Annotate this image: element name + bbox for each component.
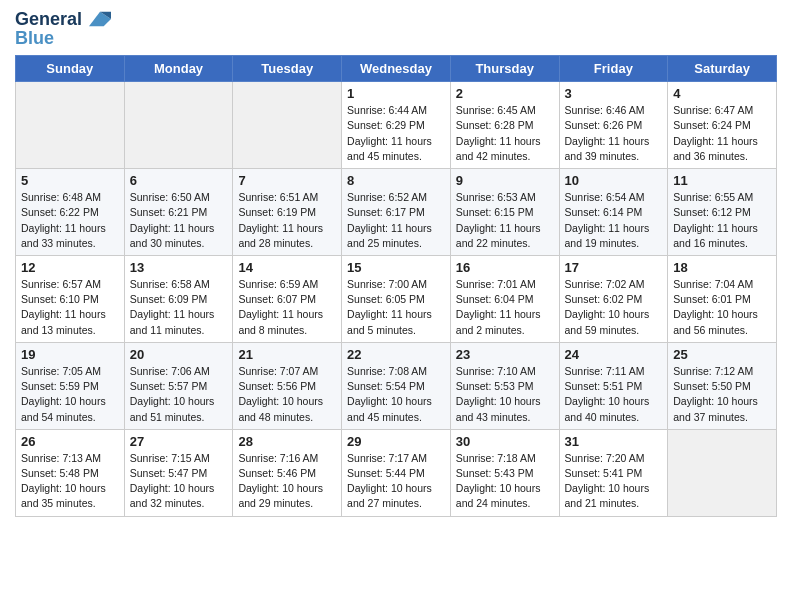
header: General Blue bbox=[15, 10, 777, 49]
day-cell: 10Sunrise: 6:54 AM Sunset: 6:14 PM Dayli… bbox=[559, 169, 668, 256]
page: General Blue SundayMondayTuesdayWednesda… bbox=[0, 0, 792, 612]
day-info: Sunrise: 6:50 AM Sunset: 6:21 PM Dayligh… bbox=[130, 190, 228, 251]
day-cell: 18Sunrise: 7:04 AM Sunset: 6:01 PM Dayli… bbox=[668, 256, 777, 343]
day-info: Sunrise: 7:07 AM Sunset: 5:56 PM Dayligh… bbox=[238, 364, 336, 425]
day-info: Sunrise: 7:01 AM Sunset: 6:04 PM Dayligh… bbox=[456, 277, 554, 338]
weekday-header-saturday: Saturday bbox=[668, 56, 777, 82]
day-cell: 31Sunrise: 7:20 AM Sunset: 5:41 PM Dayli… bbox=[559, 429, 668, 516]
day-info: Sunrise: 7:18 AM Sunset: 5:43 PM Dayligh… bbox=[456, 451, 554, 512]
day-info: Sunrise: 7:15 AM Sunset: 5:47 PM Dayligh… bbox=[130, 451, 228, 512]
day-cell: 13Sunrise: 6:58 AM Sunset: 6:09 PM Dayli… bbox=[124, 256, 233, 343]
day-cell: 9Sunrise: 6:53 AM Sunset: 6:15 PM Daylig… bbox=[450, 169, 559, 256]
day-number: 19 bbox=[21, 347, 119, 362]
day-number: 21 bbox=[238, 347, 336, 362]
logo-icon bbox=[89, 8, 111, 30]
day-info: Sunrise: 6:48 AM Sunset: 6:22 PM Dayligh… bbox=[21, 190, 119, 251]
day-number: 25 bbox=[673, 347, 771, 362]
day-cell: 11Sunrise: 6:55 AM Sunset: 6:12 PM Dayli… bbox=[668, 169, 777, 256]
weekday-header-monday: Monday bbox=[124, 56, 233, 82]
day-number: 12 bbox=[21, 260, 119, 275]
day-info: Sunrise: 6:51 AM Sunset: 6:19 PM Dayligh… bbox=[238, 190, 336, 251]
day-cell: 22Sunrise: 7:08 AM Sunset: 5:54 PM Dayli… bbox=[342, 342, 451, 429]
week-row-1: 1Sunrise: 6:44 AM Sunset: 6:29 PM Daylig… bbox=[16, 82, 777, 169]
day-cell: 26Sunrise: 7:13 AM Sunset: 5:48 PM Dayli… bbox=[16, 429, 125, 516]
day-info: Sunrise: 7:11 AM Sunset: 5:51 PM Dayligh… bbox=[565, 364, 663, 425]
day-cell: 29Sunrise: 7:17 AM Sunset: 5:44 PM Dayli… bbox=[342, 429, 451, 516]
day-info: Sunrise: 6:53 AM Sunset: 6:15 PM Dayligh… bbox=[456, 190, 554, 251]
day-number: 5 bbox=[21, 173, 119, 188]
day-number: 2 bbox=[456, 86, 554, 101]
day-cell: 25Sunrise: 7:12 AM Sunset: 5:50 PM Dayli… bbox=[668, 342, 777, 429]
day-number: 24 bbox=[565, 347, 663, 362]
day-cell: 12Sunrise: 6:57 AM Sunset: 6:10 PM Dayli… bbox=[16, 256, 125, 343]
day-cell bbox=[16, 82, 125, 169]
day-cell: 30Sunrise: 7:18 AM Sunset: 5:43 PM Dayli… bbox=[450, 429, 559, 516]
day-number: 29 bbox=[347, 434, 445, 449]
weekday-header-wednesday: Wednesday bbox=[342, 56, 451, 82]
day-cell bbox=[233, 82, 342, 169]
day-info: Sunrise: 6:55 AM Sunset: 6:12 PM Dayligh… bbox=[673, 190, 771, 251]
day-info: Sunrise: 6:54 AM Sunset: 6:14 PM Dayligh… bbox=[565, 190, 663, 251]
day-number: 13 bbox=[130, 260, 228, 275]
weekday-header-thursday: Thursday bbox=[450, 56, 559, 82]
day-cell: 28Sunrise: 7:16 AM Sunset: 5:46 PM Dayli… bbox=[233, 429, 342, 516]
day-cell: 27Sunrise: 7:15 AM Sunset: 5:47 PM Dayli… bbox=[124, 429, 233, 516]
weekday-header-row: SundayMondayTuesdayWednesdayThursdayFrid… bbox=[16, 56, 777, 82]
day-cell: 23Sunrise: 7:10 AM Sunset: 5:53 PM Dayli… bbox=[450, 342, 559, 429]
day-number: 8 bbox=[347, 173, 445, 188]
weekday-header-tuesday: Tuesday bbox=[233, 56, 342, 82]
day-number: 31 bbox=[565, 434, 663, 449]
day-cell: 4Sunrise: 6:47 AM Sunset: 6:24 PM Daylig… bbox=[668, 82, 777, 169]
day-number: 16 bbox=[456, 260, 554, 275]
day-info: Sunrise: 6:46 AM Sunset: 6:26 PM Dayligh… bbox=[565, 103, 663, 164]
day-number: 11 bbox=[673, 173, 771, 188]
weekday-header-friday: Friday bbox=[559, 56, 668, 82]
day-info: Sunrise: 6:58 AM Sunset: 6:09 PM Dayligh… bbox=[130, 277, 228, 338]
day-number: 3 bbox=[565, 86, 663, 101]
day-cell: 21Sunrise: 7:07 AM Sunset: 5:56 PM Dayli… bbox=[233, 342, 342, 429]
logo: General Blue bbox=[15, 10, 111, 49]
day-cell: 17Sunrise: 7:02 AM Sunset: 6:02 PM Dayli… bbox=[559, 256, 668, 343]
day-info: Sunrise: 7:17 AM Sunset: 5:44 PM Dayligh… bbox=[347, 451, 445, 512]
day-info: Sunrise: 7:05 AM Sunset: 5:59 PM Dayligh… bbox=[21, 364, 119, 425]
day-number: 30 bbox=[456, 434, 554, 449]
week-row-5: 26Sunrise: 7:13 AM Sunset: 5:48 PM Dayli… bbox=[16, 429, 777, 516]
day-cell: 8Sunrise: 6:52 AM Sunset: 6:17 PM Daylig… bbox=[342, 169, 451, 256]
day-info: Sunrise: 7:20 AM Sunset: 5:41 PM Dayligh… bbox=[565, 451, 663, 512]
day-info: Sunrise: 7:12 AM Sunset: 5:50 PM Dayligh… bbox=[673, 364, 771, 425]
day-info: Sunrise: 6:44 AM Sunset: 6:29 PM Dayligh… bbox=[347, 103, 445, 164]
day-cell: 6Sunrise: 6:50 AM Sunset: 6:21 PM Daylig… bbox=[124, 169, 233, 256]
day-number: 1 bbox=[347, 86, 445, 101]
day-cell: 15Sunrise: 7:00 AM Sunset: 6:05 PM Dayli… bbox=[342, 256, 451, 343]
day-info: Sunrise: 7:16 AM Sunset: 5:46 PM Dayligh… bbox=[238, 451, 336, 512]
day-info: Sunrise: 7:00 AM Sunset: 6:05 PM Dayligh… bbox=[347, 277, 445, 338]
day-number: 18 bbox=[673, 260, 771, 275]
day-number: 28 bbox=[238, 434, 336, 449]
day-info: Sunrise: 7:10 AM Sunset: 5:53 PM Dayligh… bbox=[456, 364, 554, 425]
day-info: Sunrise: 6:52 AM Sunset: 6:17 PM Dayligh… bbox=[347, 190, 445, 251]
day-cell bbox=[124, 82, 233, 169]
logo-blue: Blue bbox=[15, 28, 111, 49]
day-info: Sunrise: 7:13 AM Sunset: 5:48 PM Dayligh… bbox=[21, 451, 119, 512]
day-number: 26 bbox=[21, 434, 119, 449]
day-info: Sunrise: 6:45 AM Sunset: 6:28 PM Dayligh… bbox=[456, 103, 554, 164]
day-cell: 24Sunrise: 7:11 AM Sunset: 5:51 PM Dayli… bbox=[559, 342, 668, 429]
day-number: 23 bbox=[456, 347, 554, 362]
day-number: 14 bbox=[238, 260, 336, 275]
day-cell: 5Sunrise: 6:48 AM Sunset: 6:22 PM Daylig… bbox=[16, 169, 125, 256]
calendar: SundayMondayTuesdayWednesdayThursdayFrid… bbox=[15, 55, 777, 516]
day-cell: 1Sunrise: 6:44 AM Sunset: 6:29 PM Daylig… bbox=[342, 82, 451, 169]
day-cell: 19Sunrise: 7:05 AM Sunset: 5:59 PM Dayli… bbox=[16, 342, 125, 429]
day-info: Sunrise: 6:57 AM Sunset: 6:10 PM Dayligh… bbox=[21, 277, 119, 338]
day-number: 15 bbox=[347, 260, 445, 275]
day-info: Sunrise: 6:59 AM Sunset: 6:07 PM Dayligh… bbox=[238, 277, 336, 338]
day-number: 4 bbox=[673, 86, 771, 101]
day-cell: 20Sunrise: 7:06 AM Sunset: 5:57 PM Dayli… bbox=[124, 342, 233, 429]
day-info: Sunrise: 7:04 AM Sunset: 6:01 PM Dayligh… bbox=[673, 277, 771, 338]
logo-text: General bbox=[15, 10, 111, 30]
weekday-header-sunday: Sunday bbox=[16, 56, 125, 82]
week-row-2: 5Sunrise: 6:48 AM Sunset: 6:22 PM Daylig… bbox=[16, 169, 777, 256]
day-number: 9 bbox=[456, 173, 554, 188]
day-number: 6 bbox=[130, 173, 228, 188]
week-row-3: 12Sunrise: 6:57 AM Sunset: 6:10 PM Dayli… bbox=[16, 256, 777, 343]
